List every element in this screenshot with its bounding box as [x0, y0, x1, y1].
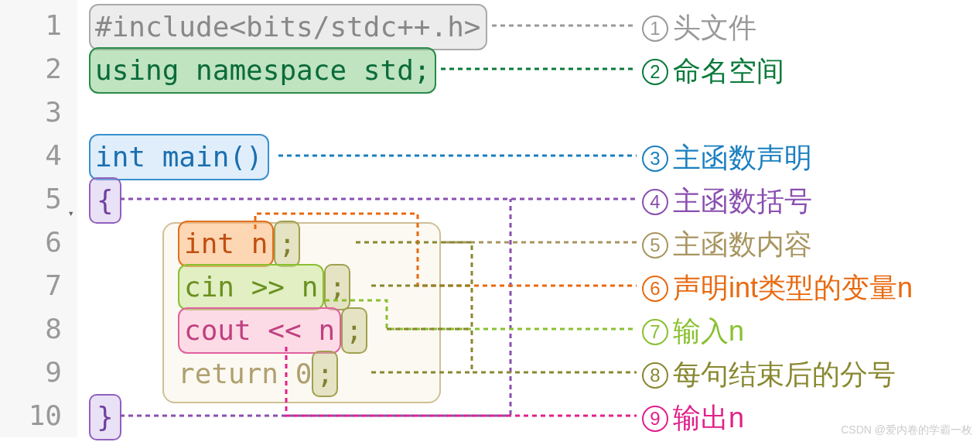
annot-body: 5主函数内容 [642, 226, 812, 264]
line-2: using namespace std; [77, 47, 980, 91]
annot-var-decl: 6声明int类型的变量n [642, 269, 913, 307]
semicolon: ; [274, 221, 300, 267]
line-6: int n; [77, 221, 980, 264]
annot-header: 1头文件 [642, 9, 756, 47]
annot-braces: 4主函数括号 [642, 183, 812, 221]
open-brace: { [89, 177, 121, 224]
main-declaration: int main() [89, 134, 269, 180]
include-directive: #include<bits/stdc++.h> [89, 4, 487, 50]
namespace-statement: using namespace std; [89, 47, 436, 94]
line-3 [77, 91, 980, 134]
watermark: CSDN @爱内卷的学霸一枚 [841, 423, 972, 437]
line-number: 6 [0, 221, 77, 264]
line-number: 7 [0, 264, 77, 307]
line-number-gutter: 1 2 3 4 5▾ 6 7 8 9 10 [0, 0, 77, 437]
annot-semicolon: 8每句结束后的分号 [642, 356, 896, 394]
annot-namespace: 2命名空间 [642, 53, 784, 91]
line-number: 2 [0, 47, 77, 91]
annot-output: 9输出n [642, 399, 744, 437]
line-number: 5▾ [0, 177, 77, 221]
line-5: { [77, 177, 980, 221]
line-number: 3 [0, 91, 77, 134]
return-statement: return 0 [178, 358, 312, 389]
line-number: 1 [0, 4, 77, 47]
annot-input: 7输入n [642, 313, 744, 351]
line-number: 8 [0, 307, 77, 351]
close-brace: } [89, 394, 121, 440]
var-decl: int n [178, 221, 274, 267]
annot-main-decl: 3主函数声明 [642, 139, 812, 177]
line-1: #include<bits/stdc++.h> [77, 4, 980, 47]
cin-statement: cin >> n [178, 264, 324, 310]
line-number: 10 [0, 394, 77, 437]
semicolon: ; [324, 264, 350, 310]
line-8: cout << n; [77, 307, 980, 351]
semicolon: ; [312, 351, 338, 397]
cout-statement: cout << n [178, 307, 341, 354]
line-number: 9 [0, 351, 77, 394]
line-number: 4 [0, 134, 77, 177]
semicolon: ; [341, 307, 367, 354]
line-4: int main() [77, 134, 980, 177]
